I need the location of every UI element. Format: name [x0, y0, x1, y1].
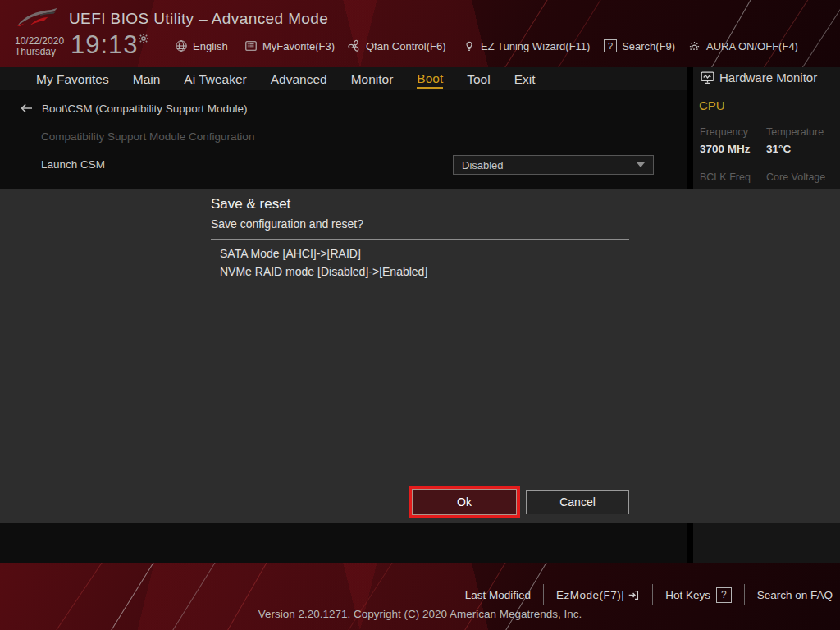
ezmode-exit-icon	[628, 589, 640, 601]
footer: Last Modified EzMode(F7)| Hot Keys ? Sea…	[0, 563, 840, 630]
frequency-value: 3700 MHz	[700, 143, 751, 155]
ez-tuning-wizard-button[interactable]: EZ Tuning Wizard(F11)	[463, 36, 590, 56]
ok-button[interactable]: Ok	[412, 489, 517, 515]
hardware-monitor-header: Hardware Monitor	[700, 71, 817, 84]
rog-logo	[15, 5, 61, 33]
temperature-label: Temperature	[766, 126, 824, 138]
dialog-buttons: Ok Cancel	[211, 489, 629, 515]
gear-icon[interactable]	[138, 33, 149, 44]
datetime-date: 10/22/2020 Thursday	[15, 36, 64, 57]
tab-monitor[interactable]: Monitor	[351, 71, 394, 88]
language-button[interactable]: English	[175, 36, 228, 56]
monitor-icon	[700, 71, 715, 84]
bios-screen: UEFI BIOS Utility – Advanced Mode 10/22/…	[0, 0, 840, 630]
aura-led-icon	[687, 39, 701, 52]
search-button[interactable]: ? Search(F9)	[604, 36, 675, 56]
tab-my-favorites[interactable]: My Favorites	[36, 71, 109, 88]
ez-tuning-label: EZ Tuning Wizard(F11)	[481, 40, 590, 52]
cpu-section-label: CPU	[699, 98, 725, 112]
ezmode-button[interactable]: EzMode(F7)|	[544, 589, 652, 601]
hot-keys-button[interactable]: Hot Keys ?	[653, 587, 743, 603]
last-modified-button[interactable]: Last Modified	[453, 589, 543, 601]
csm-section-header: Compatibility Support Module Configurati…	[41, 130, 254, 143]
footer-divider	[543, 584, 544, 605]
search-on-faq-button[interactable]: Search on FAQ	[745, 589, 833, 601]
core-voltage-label: Core Voltage	[766, 171, 825, 183]
last-modified-label: Last Modified	[465, 589, 531, 601]
lightbulb-icon	[463, 39, 476, 52]
tab-main[interactable]: Main	[133, 71, 161, 88]
launch-csm-label: Launch CSM	[41, 158, 105, 171]
hardware-monitor-title: Hardware Monitor	[719, 71, 817, 84]
question-box-icon: ?	[604, 39, 617, 52]
question-box-icon: ?	[716, 587, 732, 603]
day-value: Thursday	[15, 47, 64, 57]
myfavorite-label: MyFavorite(F3)	[262, 40, 335, 52]
qfan-label: Qfan Control(F6)	[366, 40, 446, 52]
qfan-control-button[interactable]: Qfan Control(F6)	[348, 36, 446, 56]
app-title: UEFI BIOS Utility – Advanced Mode	[69, 10, 328, 28]
menu-tabbar: My Favorites Main Ai Tweaker Advanced Mo…	[0, 67, 687, 90]
dialog-divider	[211, 239, 629, 240]
save-reset-dialog: Save & reset Save configuration and rese…	[0, 189, 840, 523]
tab-advanced[interactable]: Advanced	[271, 71, 327, 88]
tab-ai-tweaker[interactable]: Ai Tweaker	[184, 71, 246, 88]
clock: 19:13	[71, 30, 139, 60]
breadcrumb: Boot\CSM (Compatibility Support Module)	[20, 102, 248, 115]
decor-line	[705, 0, 756, 67]
search-label: Search(F9)	[622, 40, 675, 52]
language-label: English	[193, 40, 228, 52]
header-separator	[157, 37, 158, 57]
header: UEFI BIOS Utility – Advanced Mode 10/22/…	[0, 0, 840, 67]
decor-line	[500, 0, 551, 67]
dialog-title: Save & reset	[211, 196, 290, 212]
launch-csm-value: Disabled	[462, 159, 504, 171]
footer-links: Last Modified EzMode(F7)| Hot Keys ? Sea…	[453, 586, 833, 604]
tab-boot[interactable]: Boot	[417, 70, 443, 89]
bclk-freq-label: BCLK Freq	[700, 171, 751, 183]
dialog-subtitle: Save configuration and reset?	[211, 217, 363, 231]
fan-icon	[348, 39, 361, 52]
breadcrumb-label: Boot\CSM (Compatibility Support Module)	[42, 103, 248, 115]
footer-divider	[744, 584, 745, 605]
globe-icon	[175, 39, 188, 52]
myfavorite-button[interactable]: MyFavorite(F3)	[244, 36, 335, 56]
frequency-label: Frequency	[700, 126, 748, 138]
decor-line	[554, 0, 605, 67]
back-arrow-icon[interactable]	[20, 102, 34, 115]
cancel-button[interactable]: Cancel	[526, 490, 629, 514]
tab-exit[interactable]: Exit	[514, 71, 536, 88]
aura-label: AURA ON/OFF(F4)	[706, 40, 798, 52]
favorites-list-icon	[244, 39, 258, 52]
hot-keys-label: Hot Keys	[665, 589, 710, 601]
version-text: Version 2.20.1271. Copyright (C) 2020 Am…	[0, 608, 840, 620]
search-on-faq-label: Search on FAQ	[757, 589, 833, 601]
temperature-value: 31°C	[766, 143, 791, 155]
aura-toggle-button[interactable]: AURA ON/OFF(F4)	[687, 36, 798, 56]
footer-divider	[652, 584, 653, 605]
launch-csm-dropdown[interactable]: Disabled	[453, 155, 654, 175]
ezmode-label: EzMode(F7)|	[556, 589, 624, 601]
chevron-down-icon	[637, 162, 645, 167]
change-item: NVMe RAID mode [Disabled]->[Enabled]	[220, 265, 427, 278]
change-item: SATA Mode [AHCI]->[RAID]	[220, 247, 361, 260]
tab-tool[interactable]: Tool	[467, 71, 490, 88]
decor-line	[755, 0, 814, 67]
